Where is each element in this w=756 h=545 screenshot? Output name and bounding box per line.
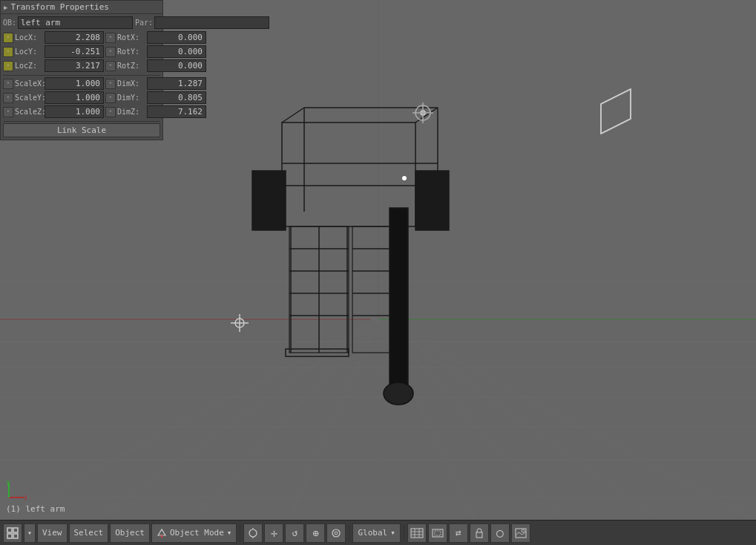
- global-dropdown[interactable]: Global ▾: [352, 523, 400, 543]
- lock-button[interactable]: [470, 523, 489, 543]
- svg-rect-68: [13, 534, 18, 538]
- select-menu-button[interactable]: Select: [69, 523, 109, 543]
- scalez-lock[interactable]: ·: [3, 107, 13, 117]
- dimx-row: · DimX:: [105, 77, 206, 90]
- scaley-label: ScaleY:: [15, 94, 43, 102]
- translate-button[interactable]: ✛: [264, 523, 283, 543]
- svg-text:X: X: [24, 495, 27, 500]
- rotate-button[interactable]: ↺: [285, 523, 304, 543]
- par-input[interactable]: [154, 16, 269, 29]
- image-button[interactable]: [511, 523, 530, 543]
- scalex-label: ScaleX:: [15, 79, 43, 88]
- par-label: Par:: [135, 19, 153, 27]
- dimy-row: · DimY:: [105, 91, 206, 104]
- scalex-input[interactable]: [45, 77, 104, 90]
- dimx-input[interactable]: [147, 77, 206, 90]
- svg-line-14: [378, 319, 660, 520]
- ob-par-row: OB: Par:: [3, 16, 160, 29]
- dimz-lock[interactable]: ·: [105, 107, 116, 117]
- proportional-edit-button[interactable]: [326, 523, 346, 543]
- sync-button[interactable]: ⇄: [449, 523, 468, 543]
- dimy-input[interactable]: [147, 91, 206, 104]
- dimy-label: DimY:: [117, 94, 145, 102]
- view-toggle-icon[interactable]: [3, 523, 22, 543]
- rotz-row: · RotZ:: [105, 59, 206, 72]
- axis-indicator: X Y: [6, 480, 27, 500]
- svg-rect-81: [476, 532, 482, 538]
- render-region-button[interactable]: [428, 523, 447, 543]
- scalez-row: · ScaleZ:: [3, 105, 104, 118]
- bottom-toolbar: ▾ View Select Object Object Mode ▾ ✛ ↺ ⊕…: [0, 520, 756, 545]
- locz-input[interactable]: [45, 59, 104, 72]
- svg-line-83: [516, 532, 519, 535]
- locz-row: · LocZ:: [3, 59, 104, 72]
- dimz-label: DimZ:: [117, 108, 145, 116]
- svg-point-44: [384, 382, 413, 405]
- svg-point-86: [522, 529, 525, 532]
- mode-dropdown-arrow: ▾: [227, 528, 232, 538]
- locz-lock[interactable]: ·: [3, 61, 13, 71]
- dimx-label: DimX:: [117, 79, 145, 88]
- rotz-lock[interactable]: ·: [105, 61, 116, 71]
- global-dropdown-arrow: ▾: [390, 528, 395, 538]
- roty-row: · RotY:: [105, 45, 206, 58]
- scaley-lock[interactable]: ·: [3, 93, 13, 103]
- svg-point-72: [332, 529, 340, 537]
- locx-lock[interactable]: ·: [3, 33, 13, 43]
- object-mode-icon: [157, 528, 167, 538]
- locx-input[interactable]: [45, 31, 104, 44]
- locx-label: LocX:: [15, 33, 43, 42]
- cursor-button[interactable]: ⊕: [306, 523, 325, 543]
- locz-label: LocZ:: [15, 62, 43, 70]
- dimx-lock[interactable]: ·: [105, 79, 116, 89]
- svg-point-60: [402, 176, 407, 180]
- svg-rect-65: [7, 528, 12, 532]
- roty-lock[interactable]: ·: [105, 47, 116, 57]
- scalex-row: · ScaleX:: [3, 77, 104, 90]
- dimy-lock[interactable]: ·: [105, 93, 116, 103]
- rotx-row: · RotX:: [105, 31, 206, 44]
- scalez-label: ScaleZ:: [15, 108, 43, 116]
- viewport-dropdown-arrow[interactable]: ▾: [24, 523, 36, 543]
- locy-lock[interactable]: ·: [3, 47, 13, 57]
- object-mode-dropdown[interactable]: Object Mode ▾: [151, 523, 237, 543]
- rotx-label: RotX:: [117, 33, 145, 42]
- svg-rect-66: [13, 528, 18, 532]
- layer-button[interactable]: [407, 523, 427, 543]
- global-label: Global: [358, 528, 387, 538]
- dimz-input[interactable]: [147, 105, 206, 118]
- rotx-input[interactable]: [147, 31, 206, 44]
- object-menu-button[interactable]: Object: [110, 523, 150, 543]
- scalex-lock[interactable]: ·: [3, 79, 13, 89]
- object-mode-label: Object Mode: [170, 528, 224, 538]
- svg-line-15: [378, 319, 756, 520]
- svg-rect-67: [7, 534, 12, 538]
- panel-title: Transform Properties: [10, 2, 108, 12]
- ob-input[interactable]: [18, 16, 133, 29]
- roty-input[interactable]: [147, 45, 206, 58]
- snap-button[interactable]: [243, 523, 263, 543]
- svg-rect-74: [411, 529, 423, 538]
- object-name-label: (1) left arm: [6, 504, 65, 514]
- svg-line-84: [519, 532, 522, 535]
- ob-label: OB:: [3, 19, 16, 27]
- roty-label: RotY:: [117, 48, 145, 56]
- dimz-row: · DimZ:: [105, 105, 206, 118]
- locy-input[interactable]: [45, 45, 104, 58]
- scaley-input[interactable]: [45, 91, 104, 104]
- link-scale-button[interactable]: Link Scale: [3, 123, 160, 137]
- view-menu-button[interactable]: View: [37, 523, 68, 543]
- locy-label: LocY:: [15, 48, 43, 56]
- panel-header: ▶ Transform Properties: [1, 1, 162, 14]
- svg-point-73: [335, 532, 338, 535]
- viewport-info: X Y (1) left arm: [6, 480, 65, 514]
- scalez-input[interactable]: [45, 105, 104, 118]
- circle-button[interactable]: ○: [490, 523, 510, 543]
- scaley-row: · ScaleY:: [3, 91, 104, 104]
- locy-row: · LocY:: [3, 45, 104, 58]
- svg-point-69: [249, 529, 257, 537]
- svg-text:Y: Y: [6, 480, 10, 487]
- rotz-input[interactable]: [147, 59, 206, 72]
- rotx-lock[interactable]: ·: [105, 33, 116, 43]
- panel-collapse-icon[interactable]: ▶: [4, 4, 7, 11]
